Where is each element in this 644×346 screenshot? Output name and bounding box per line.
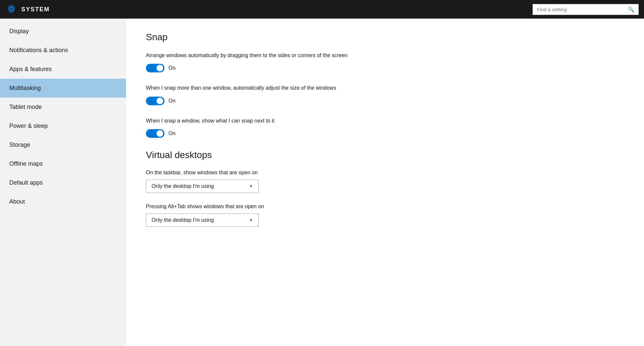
taskbar-dropdown-wrap: On the taskbar, show windows that are op… xyxy=(146,170,624,193)
alttab-dropdown-wrap: Pressing Alt+Tab shows windows that are … xyxy=(146,204,624,227)
sidebar-item-notifications[interactable]: Notifications & actions xyxy=(0,41,126,60)
taskbar-dropdown-value: Only the desktop I'm using xyxy=(152,183,214,189)
virtual-desktops-title: Virtual desktops xyxy=(146,150,624,160)
sidebar-label-tablet: Tablet mode xyxy=(9,104,42,111)
snap-section-title: Snap xyxy=(146,32,624,43)
sidebar-label-default: Default apps xyxy=(9,179,43,186)
alttab-dropdown[interactable]: Only the desktop I'm using ▼ xyxy=(146,214,259,227)
titlebar: SYSTEM 🔍 xyxy=(0,0,644,19)
gear-icon xyxy=(5,3,17,15)
snap-toggle-3-label: On xyxy=(168,130,175,136)
snap-toggle-1-label: On xyxy=(168,65,175,71)
taskbar-dropdown-chevron: ▼ xyxy=(249,184,253,189)
sidebar: Display Notifications & actions Apps & f… xyxy=(0,19,126,346)
sidebar-label-apps: Apps & features xyxy=(9,66,52,73)
snap-toggle-3-row: On xyxy=(146,129,624,138)
sidebar-label-multitasking: Multitasking xyxy=(9,85,41,92)
sidebar-label-offline: Offline maps xyxy=(9,160,43,167)
snap-toggle-2[interactable] xyxy=(146,97,164,105)
snap-desc-1: Arrange windows automatically by draggin… xyxy=(146,52,378,59)
main-layout: Display Notifications & actions Apps & f… xyxy=(0,19,644,346)
sidebar-label-power: Power & sleep xyxy=(9,123,48,130)
snap-desc-3: When I snap a window, show what I can sn… xyxy=(146,117,378,125)
snap-toggle-2-label: On xyxy=(168,98,175,104)
sidebar-label-display: Display xyxy=(9,28,29,35)
snap-toggle-1-row: On xyxy=(146,64,624,72)
content-area: Snap Arrange windows automatically by dr… xyxy=(126,19,644,346)
alttab-dropdown-chevron: ▼ xyxy=(249,218,253,222)
taskbar-dropdown[interactable]: Only the desktop I'm using ▼ xyxy=(146,180,259,193)
sidebar-item-tablet[interactable]: Tablet mode xyxy=(0,98,126,117)
sidebar-item-power[interactable]: Power & sleep xyxy=(0,117,126,135)
taskbar-dropdown-label: On the taskbar, show windows that are op… xyxy=(146,170,624,176)
snap-desc-2: When I snap more than one window, automa… xyxy=(146,84,378,92)
sidebar-item-offline[interactable]: Offline maps xyxy=(0,154,126,173)
sidebar-item-about[interactable]: About xyxy=(0,192,126,211)
alttab-dropdown-label: Pressing Alt+Tab shows windows that are … xyxy=(146,204,624,210)
sidebar-label-notifications: Notifications & actions xyxy=(9,47,68,54)
snap-toggle-1[interactable] xyxy=(146,64,164,72)
sidebar-item-default[interactable]: Default apps xyxy=(0,173,126,192)
search-input[interactable] xyxy=(537,7,628,12)
snap-toggle-2-row: On xyxy=(146,97,624,105)
sidebar-item-multitasking[interactable]: Multitasking xyxy=(0,79,126,98)
snap-toggle-3[interactable] xyxy=(146,129,164,138)
alttab-dropdown-value: Only the desktop I'm using xyxy=(152,217,214,223)
search-icon: 🔍 xyxy=(628,6,634,13)
sidebar-item-storage[interactable]: Storage xyxy=(0,135,126,154)
sidebar-label-about: About xyxy=(9,198,25,205)
search-box[interactable]: 🔍 xyxy=(533,4,639,15)
sidebar-item-display[interactable]: Display xyxy=(0,22,126,41)
sidebar-label-storage: Storage xyxy=(9,141,30,148)
sidebar-item-apps[interactable]: Apps & features xyxy=(0,60,126,79)
svg-point-2 xyxy=(10,8,12,10)
app-title: SYSTEM xyxy=(21,6,533,13)
